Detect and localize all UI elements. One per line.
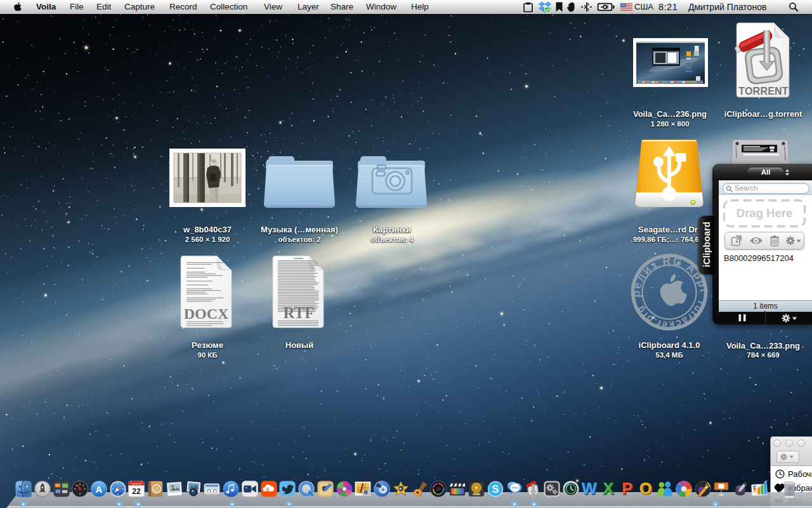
svg-text:X: X xyxy=(603,480,613,497)
svg-text:W: W xyxy=(582,480,597,497)
svg-text:X: X xyxy=(603,499,613,508)
svg-text:W: W xyxy=(582,499,597,508)
svg-text:A: A xyxy=(96,502,103,508)
svg-text:RTF: RTF xyxy=(283,304,314,321)
svg-text:DOCX: DOCX xyxy=(184,305,229,322)
svg-text:S: S xyxy=(492,484,499,495)
svg-text:P: P xyxy=(622,480,632,497)
svg-text:O: O xyxy=(639,480,652,497)
svg-text:P: P xyxy=(622,499,632,508)
svg-text:TORRENT: TORRENT xyxy=(738,85,789,97)
svg-text:@: @ xyxy=(154,486,159,493)
svg-text:22: 22 xyxy=(133,487,141,496)
svg-text:S: S xyxy=(492,502,499,508)
svg-text:O: O xyxy=(639,499,652,508)
svg-text:A: A xyxy=(96,484,103,495)
svg-text:суббота: суббота xyxy=(132,482,142,485)
svg-text:@: @ xyxy=(154,504,159,508)
